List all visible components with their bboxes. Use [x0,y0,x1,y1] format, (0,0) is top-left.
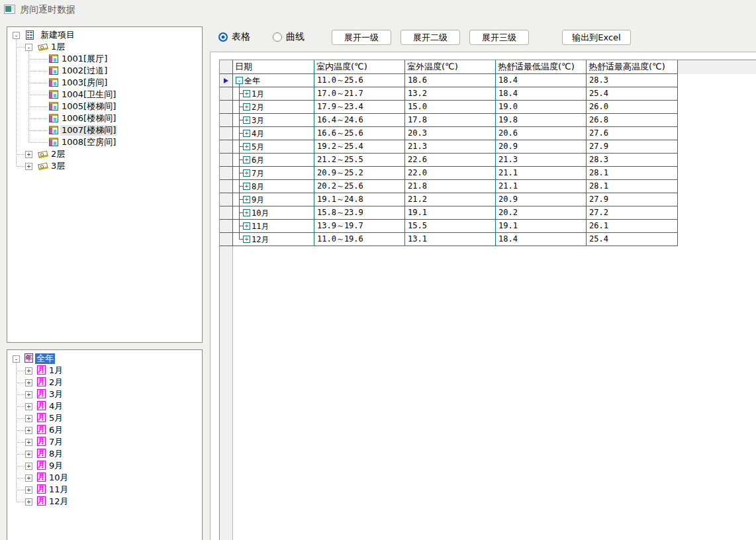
comfort-min-cell[interactable]: 21.1 [496,167,587,180]
indoor-temp-cell[interactable]: 20.2～25.6 [314,180,405,193]
outdoor-temp-cell[interactable]: 20.3 [405,127,496,140]
comfort-min-cell[interactable]: 21.3 [496,154,587,167]
radio-curve[interactable]: 曲线 [273,31,305,43]
tree-item[interactable]: -新建项目 [7,29,202,41]
tree-item[interactable]: +3层 [7,160,202,172]
comfort-min-cell[interactable]: 20.9 [496,193,587,206]
indoor-temp-cell[interactable]: 21.2～25.5 [314,154,405,167]
date-cell[interactable]: +11月 [233,220,314,233]
grid-expand-icon[interactable]: + [243,143,250,150]
expand-level2-button[interactable]: 展开二级 [401,30,460,45]
collapse-icon[interactable]: - [25,44,32,51]
comfort-max-cell[interactable]: 28.3 [587,154,678,167]
indoor-temp-cell[interactable]: 11.0～25.6 [314,74,405,87]
grid-expand-icon[interactable]: + [243,196,250,203]
expand-icon[interactable]: + [25,151,32,158]
tree-item[interactable]: 1007[楼梯间] [7,124,202,136]
expand-icon[interactable]: + [25,391,32,398]
outdoor-temp-cell[interactable]: 21.2 [405,193,496,206]
record-selector-cell[interactable] [220,206,233,220]
indoor-temp-cell[interactable]: 17.0～21.7 [314,87,405,101]
expand-icon[interactable]: + [25,439,32,446]
table-row[interactable]: +9月19.1～24.821.220.927.9 [220,193,756,206]
tree-item[interactable]: 1002[过道] [7,65,202,77]
date-cell[interactable]: +2月 [233,101,314,114]
column-header[interactable]: 热舒适最低温度(℃) [496,60,587,74]
comfort-max-cell[interactable]: 26.8 [587,114,678,127]
grid-expand-icon[interactable]: + [243,209,250,216]
tree-item-year[interactable]: -年全年 [7,353,202,365]
table-row[interactable]: +3月16.4～24.617.819.826.8 [220,114,756,127]
tree-item[interactable]: 1006[楼梯间] [7,112,202,124]
record-selector-cell[interactable] [220,87,233,101]
table-row[interactable]: +5月19.2～25.421.320.927.9 [220,140,756,154]
tree-item[interactable]: 1005[楼梯间] [7,101,202,112]
record-selector-cell[interactable] [220,101,233,114]
comfort-min-cell[interactable]: 20.9 [496,140,587,154]
date-cell[interactable]: -全年 [233,74,314,87]
expand-icon[interactable]: + [25,498,32,506]
date-cell[interactable]: +4月 [233,127,314,140]
tree-item-month[interactable]: +月5月 [7,412,202,424]
outdoor-temp-cell[interactable]: 13.1 [405,233,496,246]
record-selector-cell[interactable] [220,167,233,180]
comfort-max-cell[interactable]: 26.0 [587,101,678,114]
grid-expand-icon[interactable]: + [243,116,250,124]
comfort-min-cell[interactable]: 20.6 [496,127,587,140]
tree-item-month[interactable]: +月7月 [7,436,202,448]
grid-expand-icon[interactable]: + [243,236,250,243]
tree-item[interactable]: +2层 [7,148,202,160]
tree-item-month[interactable]: +月9月 [7,460,202,472]
comfort-min-cell[interactable]: 18.4 [496,74,587,87]
radio-table[interactable]: 表格 [218,31,250,43]
expand-icon[interactable]: + [25,451,32,458]
table-row[interactable]: +7月20.9～25.222.021.128.1 [220,167,756,180]
record-selector-cell[interactable] [220,180,233,193]
expand-icon[interactable]: + [25,379,32,386]
comfort-max-cell[interactable]: 25.4 [587,233,678,246]
grid-expand-icon[interactable]: + [243,156,250,163]
record-selector-cell[interactable] [220,233,233,246]
date-cell[interactable]: +8月 [233,180,314,193]
comfort-max-cell[interactable]: 28.3 [587,74,678,87]
outdoor-temp-cell[interactable]: 13.2 [405,87,496,101]
comfort-max-cell[interactable]: 28.1 [587,180,678,193]
outdoor-temp-cell[interactable]: 15.5 [405,220,496,233]
indoor-temp-cell[interactable]: 19.1～24.8 [314,193,405,206]
comfort-min-cell[interactable]: 19.8 [496,114,587,127]
outdoor-temp-cell[interactable]: 22.6 [405,154,496,167]
comfort-max-cell[interactable]: 25.4 [587,87,678,101]
outdoor-temp-cell[interactable]: 21.8 [405,180,496,193]
tree-item-month[interactable]: +月12月 [7,496,202,508]
outdoor-temp-cell[interactable]: 22.0 [405,167,496,180]
table-row[interactable]: +10月15.8～23.919.120.227.2 [220,206,756,220]
record-selector-cell[interactable] [220,193,233,206]
record-selector-cell[interactable] [220,140,233,154]
radio-table-circle[interactable] [218,32,228,42]
indoor-temp-cell[interactable]: 20.9～25.2 [314,167,405,180]
column-header[interactable]: 室外温度(℃) [405,60,496,74]
tree-item-month[interactable]: +月6月 [7,424,202,436]
comfort-max-cell[interactable]: 28.1 [587,167,678,180]
comfort-min-cell[interactable]: 20.2 [496,206,587,220]
table-row[interactable]: +8月20.2～25.621.821.128.1 [220,180,756,193]
expand-level3-button[interactable]: 展开三级 [469,30,529,45]
comfort-min-cell[interactable]: 21.1 [496,180,587,193]
expand-icon[interactable]: + [25,367,32,375]
expand-icon[interactable]: + [25,463,32,470]
table-row[interactable]: +6月21.2～25.522.621.328.3 [220,154,756,167]
record-selector-cell[interactable] [220,220,233,233]
table-row[interactable]: -全年11.0～25.618.618.428.3 [220,74,756,87]
outdoor-temp-cell[interactable]: 15.0 [405,101,496,114]
grid-expand-icon[interactable]: + [243,169,250,177]
outdoor-temp-cell[interactable]: 17.8 [405,114,496,127]
tree-item-month[interactable]: +月3月 [7,388,202,400]
comfort-min-cell[interactable]: 18.4 [496,87,587,101]
expand-icon[interactable]: + [25,415,32,422]
tree-item[interactable]: 1003[房间] [7,77,202,89]
grid-expand-icon[interactable]: + [243,183,250,190]
grid-expand-icon[interactable]: + [243,103,250,111]
date-cell[interactable]: +9月 [233,193,314,206]
date-cell[interactable]: +5月 [233,140,314,154]
comfort-min-cell[interactable]: 19.0 [496,101,587,114]
